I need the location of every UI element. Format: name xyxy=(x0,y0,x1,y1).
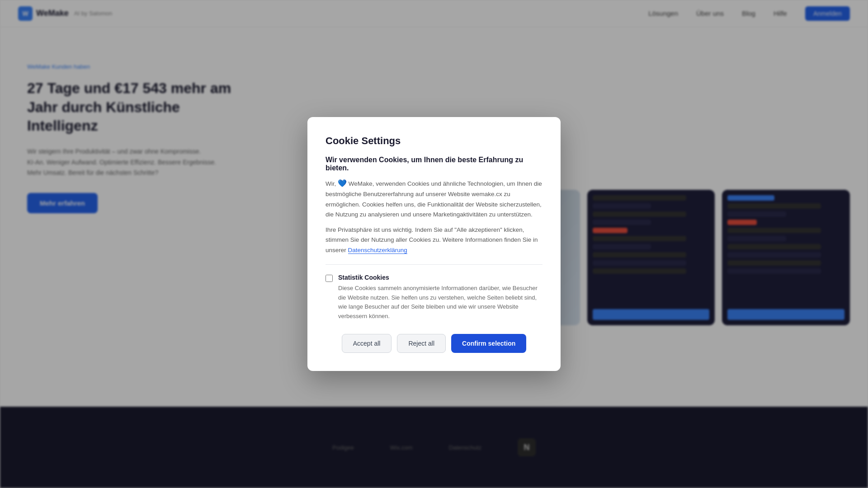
statistics-cookie-title: Statistik Cookies xyxy=(338,274,542,281)
reject-all-button[interactable]: Reject all xyxy=(397,334,446,353)
accept-all-button[interactable]: Accept all xyxy=(342,334,392,353)
cookie-divider xyxy=(326,264,542,265)
statistics-cookie-content: Statistik Cookies Diese Cookies sammeln … xyxy=(338,274,542,321)
privacy-link[interactable]: Datenschutzerklärung xyxy=(348,247,407,254)
cookie-modal-title: Cookie Settings xyxy=(326,135,542,147)
cookie-actions: Accept all Reject all Confirm selection xyxy=(326,334,542,353)
statistics-cookie-checkbox[interactable] xyxy=(326,275,333,282)
cookie-intro-heading: Wir verwenden Cookies, um Ihnen die best… xyxy=(326,156,542,172)
statistics-cookie-desc: Diese Cookies sammeln anonymisierte Info… xyxy=(338,284,542,321)
confirm-selection-button[interactable]: Confirm selection xyxy=(451,334,526,353)
modal-overlay: Cookie Settings Wir verwenden Cookies, u… xyxy=(0,0,868,488)
statistics-cookie-section: Statistik Cookies Diese Cookies sammeln … xyxy=(326,274,542,321)
cookie-body-text2: Ihre Privatsphäre ist uns wichtig. Indem… xyxy=(326,225,542,255)
cookie-modal: Cookie Settings Wir verwenden Cookies, u… xyxy=(307,117,561,371)
cookie-body-text1: Wir, 💙 WeMake, verwenden Cookies und ähn… xyxy=(326,178,542,220)
cookie-heart-icon: 💙 xyxy=(338,179,347,187)
